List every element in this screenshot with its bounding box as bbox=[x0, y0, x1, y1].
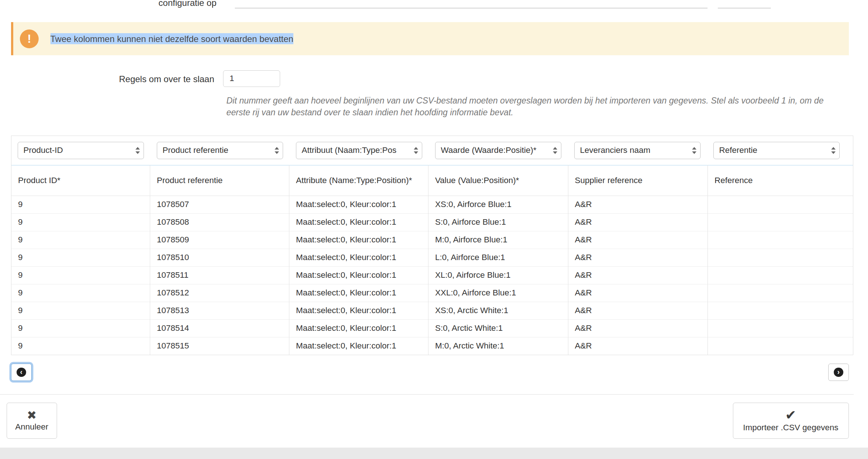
cancel-button[interactable]: ✖ Annuleer bbox=[7, 403, 57, 439]
table-cell: Maat:select:0, Kleur:color:1 bbox=[289, 249, 428, 266]
column-mapping-select-5[interactable]: Leveranciers naam bbox=[574, 142, 701, 159]
table-header-row: Product ID* Product referentie Attribute… bbox=[11, 165, 853, 196]
table-cell: 9 bbox=[11, 196, 150, 213]
table-cell: 1078511 bbox=[150, 266, 289, 284]
table-cell: A&R bbox=[568, 319, 708, 337]
circle-arrow-left-icon: ‹ bbox=[17, 368, 26, 377]
table-cell: A&R bbox=[568, 213, 708, 231]
table-row: 9 1078514 Maat:select:0, Kleur:color:1 S… bbox=[11, 319, 853, 337]
table-cell bbox=[708, 337, 853, 355]
cancel-button-label: Annuleer bbox=[15, 422, 48, 432]
table-cell: XL:0, Airforce Blue:1 bbox=[428, 266, 568, 284]
previous-page-button[interactable]: ‹ bbox=[11, 364, 32, 381]
column-mapping-select-4[interactable]: Waarde (Waarde:Positie)* bbox=[435, 142, 562, 159]
select-arrows-icon bbox=[271, 142, 283, 159]
skip-rows-label: Regels om over te slaan bbox=[0, 74, 214, 84]
cropped-config-save-button[interactable] bbox=[718, 8, 771, 8]
table-cell: 9 bbox=[11, 213, 150, 231]
table-cell bbox=[708, 266, 853, 284]
table-cell: Maat:select:0, Kleur:color:1 bbox=[289, 213, 428, 231]
table-cell: Maat:select:0, Kleur:color:1 bbox=[289, 319, 428, 337]
circle-arrow-right-icon: › bbox=[834, 368, 843, 377]
table-cell: 9 bbox=[11, 249, 150, 266]
table-cell: Maat:select:0, Kleur:color:1 bbox=[289, 231, 428, 249]
import-csv-button[interactable]: ✔ Importeer .CSV gegevens bbox=[733, 403, 849, 439]
table-cell: A&R bbox=[568, 196, 708, 213]
table-cell: A&R bbox=[568, 284, 708, 302]
table-cell: A&R bbox=[568, 302, 708, 319]
table-cell: L:0, Airforce Blue:1 bbox=[428, 249, 568, 266]
table-cell: 9 bbox=[11, 231, 150, 249]
column-mapping-select-6[interactable]: Referentie bbox=[713, 142, 840, 159]
table-cell: 1078514 bbox=[150, 319, 289, 337]
select-arrows-icon bbox=[689, 142, 701, 159]
table-cell bbox=[708, 249, 853, 266]
footer-toolbar: ✖ Annuleer ✔ Importeer .CSV gegevens bbox=[0, 394, 854, 448]
table-cell: 1078508 bbox=[150, 213, 289, 231]
skip-rows-input[interactable] bbox=[223, 70, 280, 87]
table-row: 9 1078513 Maat:select:0, Kleur:color:1 X… bbox=[11, 302, 853, 319]
table-cell: 1078507 bbox=[150, 196, 289, 213]
table-row: 9 1078508 Maat:select:0, Kleur:color:1 S… bbox=[11, 213, 853, 231]
table-cell bbox=[708, 284, 853, 302]
column-header-value: Value (Value:Position)* bbox=[428, 165, 568, 196]
table-cell: M:0, Airforce Blue:1 bbox=[428, 231, 568, 249]
table-cell: 1078515 bbox=[150, 337, 289, 355]
table-row: 9 1078511 Maat:select:0, Kleur:color:1 X… bbox=[11, 266, 853, 284]
table-cell: 9 bbox=[11, 266, 150, 284]
table-cell: Maat:select:0, Kleur:color:1 bbox=[289, 266, 428, 284]
table-cell: XS:0, Arctic White:1 bbox=[428, 302, 568, 319]
table-cell: Maat:select:0, Kleur:color:1 bbox=[289, 302, 428, 319]
table-body: 9 1078507 Maat:select:0, Kleur:color:1 X… bbox=[11, 196, 853, 355]
selected-text: Twee kolommen kunnen niet dezelfde soort… bbox=[50, 33, 293, 44]
table-cell: M:0, Arctic White:1 bbox=[428, 337, 568, 355]
column-header-product-id: Product ID* bbox=[11, 165, 150, 196]
table-cell: A&R bbox=[568, 266, 708, 284]
table-cell: XXL:0, Airforce Blue:1 bbox=[428, 284, 568, 302]
table-cell: A&R bbox=[568, 337, 708, 355]
column-header-reference: Reference bbox=[708, 165, 853, 196]
column-header-attribute: Attribute (Name:Type:Position)* bbox=[289, 165, 428, 196]
save-configuration-label: configuratie op bbox=[0, 0, 216, 8]
skip-rows-help-text: Dit nummer geeft aan hoeveel beginlijnen… bbox=[226, 95, 845, 119]
table-cell: 1078510 bbox=[150, 249, 289, 266]
column-mapping-select-3[interactable]: Attribuut (Naam:Type:Pos bbox=[296, 142, 423, 159]
table-cell: 1078512 bbox=[150, 284, 289, 302]
table-cell: Maat:select:0, Kleur:color:1 bbox=[289, 196, 428, 213]
column-mapping-row: Product-ID Product referentie Attribuut … bbox=[11, 136, 853, 165]
select-value: Leveranciers naam bbox=[575, 142, 689, 159]
select-arrows-icon bbox=[828, 142, 840, 159]
table-cell: 9 bbox=[11, 337, 150, 355]
table-cell: S:0, Airforce Blue:1 bbox=[428, 213, 568, 231]
warning-banner: ! Twee kolommen kunnen niet dezelfde soo… bbox=[11, 22, 849, 55]
next-page-button[interactable]: › bbox=[828, 364, 849, 381]
column-header-supplier-reference: Supplier reference bbox=[568, 165, 708, 196]
csv-import-page: configuratie op ! Twee kolommen kunnen n… bbox=[0, 0, 868, 459]
select-arrows-icon bbox=[550, 142, 561, 159]
x-icon: ✖ bbox=[27, 410, 36, 421]
table-cell bbox=[708, 196, 853, 213]
select-arrows-icon bbox=[132, 142, 144, 159]
table-cell: 9 bbox=[11, 302, 150, 319]
table-cell: Maat:select:0, Kleur:color:1 bbox=[289, 337, 428, 355]
page-bottom-strip bbox=[0, 448, 868, 459]
select-value: Referentie bbox=[714, 142, 828, 159]
table-cell: A&R bbox=[568, 231, 708, 249]
select-arrows-icon bbox=[410, 142, 422, 159]
import-button-label: Importeer .CSV gegevens bbox=[743, 423, 839, 432]
table-cell bbox=[708, 302, 853, 319]
table-cell: A&R bbox=[568, 249, 708, 266]
column-mapping-select-1[interactable]: Product-ID bbox=[18, 142, 144, 159]
csv-preview-panel: Product-ID Product referentie Attribuut … bbox=[11, 136, 853, 355]
table-row: 9 1078512 Maat:select:0, Kleur:color:1 X… bbox=[11, 284, 853, 302]
table-cell bbox=[708, 319, 853, 337]
table-cell: XS:0, Airforce Blue:1 bbox=[428, 196, 568, 213]
select-value: Attribuut (Naam:Type:Pos bbox=[296, 142, 410, 159]
csv-data-table: Product ID* Product referentie Attribute… bbox=[11, 165, 853, 355]
cropped-config-name-input[interactable] bbox=[235, 8, 708, 8]
column-mapping-select-2[interactable]: Product referentie bbox=[157, 142, 283, 159]
select-value: Waarde (Waarde:Positie)* bbox=[435, 142, 550, 159]
table-cell: S:0, Arctic White:1 bbox=[428, 319, 568, 337]
check-icon: ✔ bbox=[785, 409, 796, 422]
column-header-product-reference: Product referentie bbox=[150, 165, 289, 196]
